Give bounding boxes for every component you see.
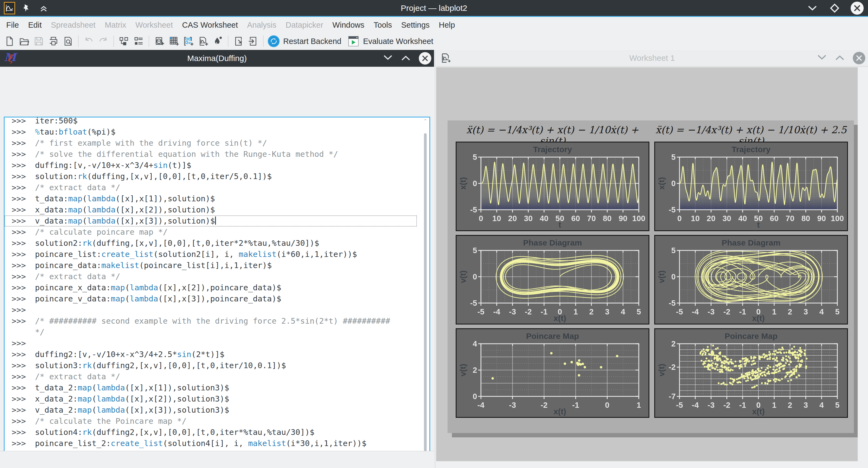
open-project-button[interactable]: [17, 34, 31, 49]
console-line: >>>solution3:rk(duffing2,[x,v],[0,0],[t,…: [5, 360, 417, 371]
plot-poincare-map-2[interactable]: [654, 328, 848, 418]
console-line: >>>x_data:map(lambda([x],x[2]),solution)…: [5, 204, 417, 215]
console-line: >>>t_data:map(lambda([x],x[1]),solution)…: [5, 193, 417, 204]
console-line: >>>: [5, 338, 417, 349]
menu-edit[interactable]: Edit: [24, 18, 46, 33]
plot-trajectory-1[interactable]: [456, 142, 649, 231]
maxima-dock-title: Maxima(Duffing): [0, 54, 434, 63]
menu-matrix: Matrix: [100, 18, 131, 33]
save-button: [31, 34, 46, 49]
worksheet-view[interactable]: ẍ(t) = −1/4x³(t) + x(t) − 1/10ẋ(t) + sin…: [436, 67, 858, 461]
panel-splitter[interactable]: [434, 50, 436, 468]
restart-backend-label[interactable]: Restart Backend: [283, 37, 341, 46]
dock-float-icon[interactable]: [383, 55, 393, 62]
menu-datapicker: Datapicker: [281, 18, 328, 33]
menu-worksheet: Worksheet: [131, 18, 177, 33]
menu-help[interactable]: Help: [434, 18, 460, 33]
console-line: >>>poincare_x_data:map(lambda([x],x[2]),…: [5, 282, 417, 293]
worksheet-bottom-margin: [436, 461, 868, 468]
export-button[interactable]: [246, 34, 260, 49]
menu-file[interactable]: File: [2, 18, 24, 33]
maxima-close-button[interactable]: [419, 52, 431, 65]
worksheet-close-button[interactable]: [853, 52, 865, 64]
plot-poincare-map-1[interactable]: [456, 328, 649, 418]
console-line: >>>poincare_data:makelist(poincare_list[…: [5, 260, 417, 271]
console-line: >>>duffing2:[v,-v/10+x-x^3/4+2.5*sin(2*t…: [5, 349, 417, 360]
console-line: >>>iter:500$: [5, 117, 417, 126]
restart-backend-icon[interactable]: [267, 34, 281, 49]
scroll-up-arrow[interactable]: ˆ: [422, 118, 429, 125]
plot-trajectory-2[interactable]: [654, 142, 848, 231]
console-line: >>>poincare_list:create_list(solution2[i…: [5, 249, 417, 260]
console-lines: >>>iter:500$>>>%tau:bfloat(%pi)$>>>/* fi…: [5, 117, 417, 468]
worksheet-dock-panel: Worksheet 1 ẍ(t) = −1/4x³(t) + x(t) − 1/…: [436, 50, 868, 468]
new-spreadsheet-button[interactable]: [166, 34, 181, 49]
pin-window-icon[interactable]: [20, 2, 33, 14]
maxima-console[interactable]: >>>iter:500$>>>%tau:bfloat(%pi)$>>>/* fi…: [4, 117, 430, 468]
console-line: >>>v_data_2:map(lambda([x],x[3]),solutio…: [5, 405, 417, 416]
console-line: >>>solution4:rk(duffing2,[x,v],[0,0],[t,…: [5, 427, 417, 438]
console-line: >>>%tau:bfloat(%pi)$: [5, 126, 417, 137]
maxima-dock-header[interactable]: M ξ Maxima(Duffing): [0, 50, 434, 67]
dock-collapse-icon[interactable]: [401, 55, 411, 62]
window-titlebar: Project — labplot2: [0, 0, 868, 17]
new-project-button[interactable]: [2, 34, 17, 49]
print-button[interactable]: [46, 34, 61, 49]
console-line: >>>/* calculate poincare map */: [5, 226, 417, 238]
left-panel-bottom-margin: [0, 451, 434, 468]
evaluate-worksheet-icon[interactable]: [346, 34, 361, 49]
menu-tools[interactable]: Tools: [369, 18, 397, 33]
minimize-button[interactable]: [806, 2, 818, 14]
console-vertical-scrollbar[interactable]: ˆ ˇ: [422, 118, 429, 468]
vscroll-thumb[interactable]: [424, 133, 427, 456]
toolbar-separator: [78, 35, 79, 47]
console-line: >>>/* first example with the driving for…: [5, 137, 417, 149]
new-workbook-button[interactable]: [152, 34, 166, 49]
console-line: >>>x_data_2:map(lambda([x],x[2]),solutio…: [5, 394, 417, 405]
menu-bar: File Edit Spreadsheet Matrix Worksheet C…: [0, 18, 868, 33]
collapse-toolbar-icon[interactable]: [37, 2, 50, 14]
console-line: >>>/* ########## second example with the…: [5, 315, 417, 326]
close-button[interactable]: [850, 2, 864, 14]
properties-explorer-button[interactable]: [131, 34, 146, 49]
toolbar-separator: [149, 35, 149, 47]
console-line: >>>solution:rk(duffing,[x,v],[0,0],[t,0,…: [5, 171, 417, 182]
menu-settings[interactable]: Settings: [397, 18, 434, 33]
console-line: >>>/* calculate the Poincare map */: [5, 416, 417, 427]
console-line: >>>/* extract data */: [5, 271, 417, 282]
dock-collapse-icon[interactable]: [835, 54, 845, 62]
import-button[interactable]: [231, 34, 246, 49]
evaluate-worksheet-label[interactable]: Evaluate Worksheet: [363, 37, 433, 46]
dock-float-icon[interactable]: [817, 54, 827, 62]
console-line: >>>poincare_v_data:map(lambda([x],x[3]),…: [5, 293, 417, 304]
new-matrix-button[interactable]: [181, 34, 196, 49]
labplot-app-icon: [4, 2, 15, 14]
console-line: >>>t_data_2:map(lambda([x],x[1]),solutio…: [5, 382, 417, 394]
menu-cas-worksheet[interactable]: CAS Worksheet: [177, 18, 243, 33]
main-toolbar: Restart Backend Evaluate Worksheet: [0, 33, 868, 50]
toolbar-separator: [113, 35, 114, 47]
plot-phase-diagram-1[interactable]: [456, 235, 649, 324]
menu-analysis: Analysis: [243, 18, 281, 33]
console-line: >>>solution2:rk(duffing,[x,v],[0,0],[t,0…: [5, 238, 417, 249]
console-line: >>>v_data:map(lambda([x],x[3]),solution)…: [5, 215, 417, 226]
plot-phase-diagram-2[interactable]: [654, 235, 848, 324]
maxima-dock-panel: M ξ Maxima(Duffing) >>>iter:500$>>>%tau:…: [0, 50, 434, 468]
new-cas-worksheet-button[interactable]: [196, 34, 211, 49]
menu-spreadsheet: Spreadsheet: [46, 18, 100, 33]
redo-button: [96, 34, 111, 49]
project-explorer-button[interactable]: [117, 34, 131, 49]
console-line: */: [5, 326, 417, 338]
worksheet-dock-header[interactable]: Worksheet 1: [436, 50, 868, 67]
worksheet-page[interactable]: ẍ(t) = −1/4x³(t) + x(t) − 1/10ẋ(t) + sin…: [447, 121, 854, 433]
worksheet-right-gutter: [858, 67, 868, 468]
undo-button: [82, 34, 96, 49]
toolbar-separator: [263, 35, 264, 47]
menu-windows[interactable]: Windows: [328, 18, 369, 33]
toolbar-separator: [228, 35, 228, 47]
print-preview-button[interactable]: [61, 34, 75, 49]
console-line: >>>poincare_list_2:create_list(solution4…: [5, 438, 417, 449]
datapicker-button[interactable]: [211, 34, 225, 49]
console-line: >>>duffing:[v,-v/10+x-x^3/4+sin(t)]$: [5, 160, 417, 171]
maximize-button[interactable]: [828, 2, 841, 14]
